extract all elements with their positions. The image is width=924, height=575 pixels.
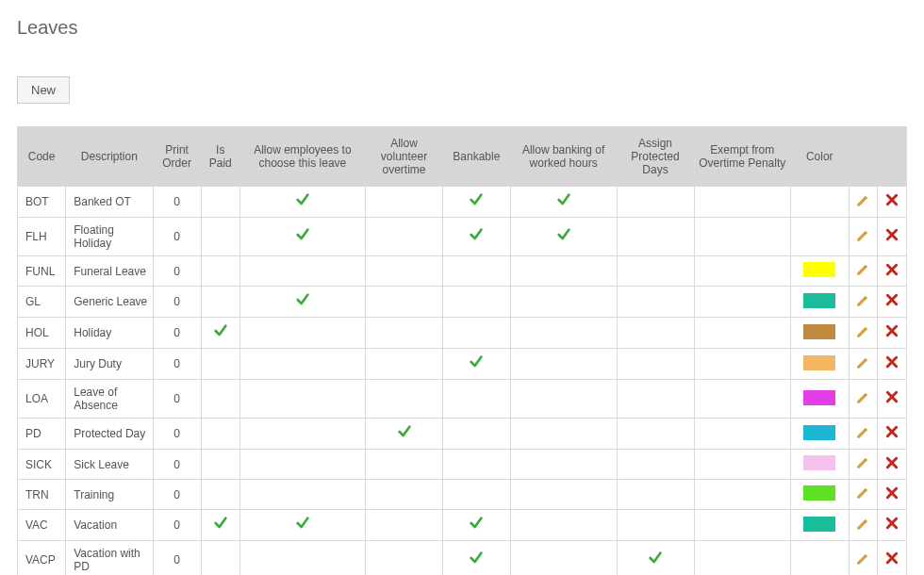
cell-allow-banking xyxy=(510,450,617,480)
cell-allow-choose xyxy=(239,218,365,256)
cell-edit xyxy=(849,380,878,419)
delete-icon[interactable] xyxy=(885,390,899,407)
col-bankable: Bankable xyxy=(443,127,511,187)
check-icon xyxy=(469,354,484,373)
color-swatch xyxy=(803,425,835,440)
cell-print-order: 0 xyxy=(153,510,201,541)
edit-icon[interactable] xyxy=(856,294,869,310)
delete-icon[interactable] xyxy=(885,263,899,280)
cell-description: Vacation xyxy=(66,510,153,541)
delete-icon[interactable] xyxy=(885,324,899,341)
cell-allow-banking xyxy=(510,256,617,287)
color-swatch xyxy=(803,455,835,470)
edit-icon[interactable] xyxy=(856,229,869,245)
cell-allow-banking xyxy=(510,541,617,576)
cell-allow-choose xyxy=(239,287,365,318)
cell-allow-choose xyxy=(239,318,365,349)
cell-description: Funeral Leave xyxy=(66,256,153,287)
delete-icon[interactable] xyxy=(885,486,899,503)
cell-print-order: 0 xyxy=(153,287,201,318)
delete-icon[interactable] xyxy=(885,293,899,310)
cell-bankable xyxy=(443,318,511,349)
cell-allow-volunteer xyxy=(366,480,443,510)
cell-delete xyxy=(878,480,907,510)
cell-code: LOA xyxy=(18,380,66,419)
cell-edit xyxy=(849,541,878,576)
check-icon xyxy=(469,192,484,211)
cell-color xyxy=(791,450,850,480)
edit-icon[interactable] xyxy=(856,552,869,568)
cell-bankable xyxy=(443,541,511,576)
delete-icon[interactable] xyxy=(885,517,899,534)
cell-allow-volunteer xyxy=(366,256,443,287)
edit-icon[interactable] xyxy=(856,486,869,502)
cell-exempt-penalty xyxy=(694,541,791,576)
delete-icon[interactable] xyxy=(885,456,899,473)
cell-bankable xyxy=(443,510,511,541)
cell-allow-volunteer xyxy=(366,318,443,349)
col-allow-volunteer: Allow volunteer overtime xyxy=(366,127,443,187)
delete-icon[interactable] xyxy=(885,355,899,372)
color-swatch xyxy=(803,262,835,277)
cell-print-order: 0 xyxy=(153,419,201,450)
delete-icon[interactable] xyxy=(885,228,899,245)
cell-code: VACP xyxy=(18,541,66,576)
cell-assign-protected xyxy=(617,450,694,480)
cell-allow-banking xyxy=(510,480,617,510)
cell-edit xyxy=(849,187,878,218)
edit-icon[interactable] xyxy=(856,456,869,472)
cell-delete xyxy=(878,218,907,256)
col-delete xyxy=(878,127,907,187)
col-exempt-penalty: Exempt from Overtime Penalty xyxy=(694,127,791,187)
cell-delete xyxy=(878,349,907,380)
edit-icon[interactable] xyxy=(856,391,869,407)
delete-icon[interactable] xyxy=(885,425,899,442)
delete-icon[interactable] xyxy=(885,551,899,568)
cell-edit xyxy=(849,419,878,450)
cell-allow-choose xyxy=(239,380,365,419)
table-row: JURYJury Duty0 xyxy=(18,349,907,380)
edit-icon[interactable] xyxy=(856,518,869,534)
edit-icon[interactable] xyxy=(856,325,869,341)
check-icon xyxy=(295,192,310,211)
color-swatch xyxy=(803,390,835,405)
cell-color xyxy=(791,380,850,419)
new-button[interactable]: New xyxy=(17,76,70,104)
cell-description: Holiday xyxy=(66,318,153,349)
check-icon xyxy=(648,550,663,569)
cell-assign-protected xyxy=(617,287,694,318)
cell-bankable xyxy=(443,450,511,480)
check-icon xyxy=(469,516,484,534)
cell-bankable xyxy=(443,187,511,218)
delete-icon[interactable] xyxy=(885,193,899,210)
edit-icon[interactable] xyxy=(856,194,869,210)
cell-allow-choose xyxy=(239,450,365,480)
cell-color xyxy=(791,349,850,380)
cell-allow-banking xyxy=(510,318,617,349)
cell-color xyxy=(791,218,850,256)
check-icon xyxy=(469,227,484,246)
cell-description: Floating Holiday xyxy=(66,218,153,256)
cell-allow-volunteer xyxy=(366,419,443,450)
table-row: LOALeave of Absence0 xyxy=(18,380,907,419)
cell-assign-protected xyxy=(617,318,694,349)
edit-icon[interactable] xyxy=(856,426,869,442)
cell-print-order: 0 xyxy=(153,450,201,480)
cell-delete xyxy=(878,510,907,541)
cell-code: BOT xyxy=(18,187,66,218)
cell-color xyxy=(791,480,850,510)
cell-allow-volunteer xyxy=(366,187,443,218)
cell-assign-protected xyxy=(617,218,694,256)
color-swatch xyxy=(803,324,835,339)
cell-assign-protected xyxy=(617,541,694,576)
cell-description: Vacation with PD xyxy=(66,541,153,576)
cell-color xyxy=(791,541,850,576)
edit-icon[interactable] xyxy=(856,263,869,279)
cell-edit xyxy=(849,450,878,480)
cell-allow-volunteer xyxy=(366,541,443,576)
edit-icon[interactable] xyxy=(856,356,869,372)
cell-exempt-penalty xyxy=(694,287,791,318)
cell-allow-banking xyxy=(510,218,617,256)
table-row: HOLHoliday0 xyxy=(18,318,907,349)
cell-code: VAC xyxy=(18,510,66,541)
